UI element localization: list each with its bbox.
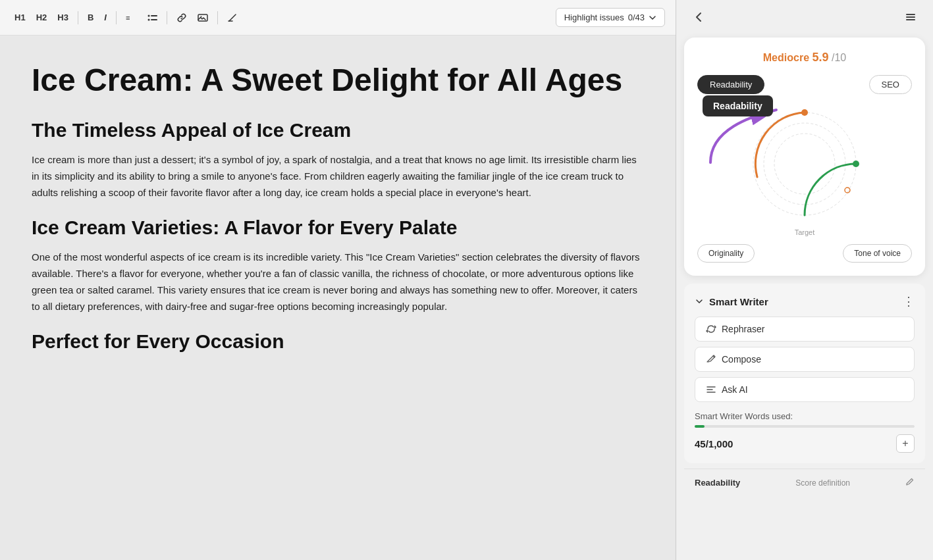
article-title: Ice Cream: A Sweet Delight for All Ages xyxy=(32,62,644,98)
rephraser-icon xyxy=(706,324,716,334)
compose-icon xyxy=(706,354,716,365)
gauge-container xyxy=(697,105,912,223)
divider-1 xyxy=(78,11,78,24)
bottom-tabs: Originality Tone of voice xyxy=(697,244,912,263)
chevron-left-icon xyxy=(692,11,705,24)
score-card: Readability Mediocre 5.9 /10 Readability… xyxy=(684,38,925,276)
rephraser-button[interactable]: Rephraser xyxy=(695,317,915,342)
score-rating: Mediocre xyxy=(763,52,809,63)
svg-point-13 xyxy=(774,134,835,194)
svg-rect-9 xyxy=(906,19,915,20)
chevron-down-icon-sw xyxy=(695,297,704,306)
unordered-list-button[interactable] xyxy=(143,10,161,26)
score-out-of: /10 xyxy=(832,52,846,63)
menu-icon xyxy=(904,11,917,24)
editor-area: H1 H2 H3 B I ≡ Hig xyxy=(0,0,676,560)
tab-seo[interactable]: SEO xyxy=(869,75,912,94)
sidebar-top-bar xyxy=(676,0,933,38)
edit-icon xyxy=(905,477,915,486)
section1-body: Ice cream is more than just a dessert; i… xyxy=(32,152,644,201)
words-count: 45/1,000 xyxy=(695,438,733,449)
tab-readability[interactable]: Readability xyxy=(697,75,764,94)
svg-text:≡: ≡ xyxy=(126,14,130,22)
editor-content[interactable]: Ice Cream: A Sweet Delight for All Ages … xyxy=(0,36,676,560)
italic-button[interactable]: I xyxy=(100,10,111,25)
smart-writer-label: Smart Writer xyxy=(709,296,768,307)
score-tab-row: Readability SEO xyxy=(697,75,912,94)
svg-point-12 xyxy=(764,123,845,205)
issues-count: 0/43 xyxy=(628,13,645,22)
svg-rect-2 xyxy=(151,15,157,16)
h1-button[interactable]: H1 xyxy=(11,10,30,25)
readability-bar-label: Readability xyxy=(695,478,740,488)
words-row: 45/1,000 + xyxy=(695,434,915,453)
divider-2 xyxy=(116,11,117,24)
score-number: 5.9 xyxy=(812,51,828,64)
compose-button[interactable]: Compose xyxy=(695,347,915,372)
words-add-button[interactable]: + xyxy=(896,434,915,453)
toolbar: H1 H2 H3 B I ≡ Hig xyxy=(0,0,676,36)
smart-writer-title: Smart Writer xyxy=(695,296,768,307)
svg-rect-8 xyxy=(906,16,915,18)
ask-ai-label: Ask AI xyxy=(722,384,748,395)
highlight-issues-button[interactable]: Highlight issues 0/43 xyxy=(556,8,665,27)
sidebar: Readability Mediocre 5.9 /10 Readability… xyxy=(676,0,933,560)
ordered-list-button[interactable]: ≡ xyxy=(122,10,140,26)
words-progress-fill xyxy=(695,425,705,428)
edit-button[interactable] xyxy=(905,477,915,488)
h2-button[interactable]: H2 xyxy=(32,10,51,25)
highlight-issues-label: Highlight issues xyxy=(564,13,624,22)
svg-point-1 xyxy=(147,14,149,16)
h3-button[interactable]: H3 xyxy=(53,10,72,25)
divider-3 xyxy=(167,11,167,24)
smart-writer-header: Smart Writer ⋮ xyxy=(695,294,915,309)
link-button[interactable] xyxy=(173,10,191,26)
svg-rect-7 xyxy=(906,14,915,15)
words-used-label: Smart Writer Words used: xyxy=(695,411,915,421)
divider-4 xyxy=(217,11,218,24)
svg-point-14 xyxy=(853,161,859,167)
svg-rect-4 xyxy=(151,19,157,20)
smart-writer-more-button[interactable]: ⋮ xyxy=(903,294,915,309)
ask-ai-icon xyxy=(706,384,716,395)
chevron-down-icon xyxy=(649,14,656,22)
svg-point-15 xyxy=(801,109,808,116)
readability-tooltip: Readability xyxy=(703,95,773,116)
readability-bar: Readability Score definition xyxy=(684,469,925,496)
words-progress-bar xyxy=(695,425,915,428)
image-button[interactable] xyxy=(194,10,212,26)
clear-format-button[interactable] xyxy=(223,10,242,26)
section3-heading: Perfect for Every Occasion xyxy=(32,330,644,353)
bold-button[interactable]: B xyxy=(84,10,97,25)
tab-tone-of-voice[interactable]: Tone of voice xyxy=(843,244,912,263)
smart-writer-section: Smart Writer ⋮ Rephraser Compose Ask AI xyxy=(684,284,925,463)
section2-heading: Ice Cream Varieties: A Flavor for Every … xyxy=(32,216,644,239)
sidebar-menu-button[interactable] xyxy=(899,8,922,30)
ask-ai-button[interactable]: Ask AI xyxy=(695,377,915,402)
score-definition-button[interactable]: Score definition xyxy=(795,478,850,488)
score-title: Mediocre 5.9 /10 xyxy=(697,51,912,64)
svg-point-11 xyxy=(753,113,856,215)
svg-point-3 xyxy=(147,18,149,20)
rephraser-label: Rephraser xyxy=(722,324,764,334)
compose-label: Compose xyxy=(722,354,761,365)
gauge-svg xyxy=(745,105,864,223)
section2-body: One of the most wonderful aspects of ice… xyxy=(32,249,644,315)
sidebar-back-button[interactable] xyxy=(687,8,710,30)
gauge-target-label: Target xyxy=(697,228,912,236)
tab-originality[interactable]: Originality xyxy=(697,244,755,263)
section1-heading: The Timeless Appeal of Ice Cream xyxy=(32,119,644,141)
